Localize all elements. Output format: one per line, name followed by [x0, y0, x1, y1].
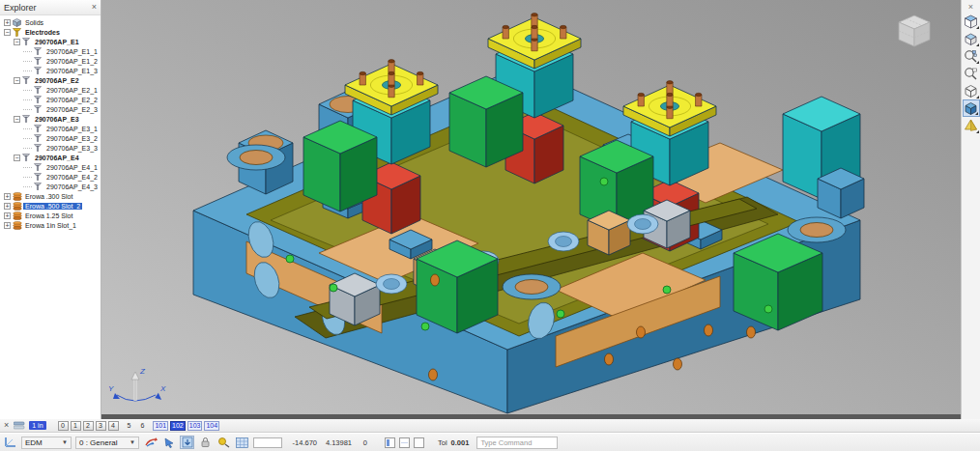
tree-item-290706ap-e1[interactable]: −290706AP_E1: [2, 37, 101, 46]
tree-item-label: 290706AP_E3: [33, 116, 81, 123]
explorer-close-icon[interactable]: ×: [92, 3, 97, 12]
electrode-icon: [22, 38, 31, 46]
viewport-3d[interactable]: Z X Y: [101, 0, 961, 419]
tree-item-290706ap-e2[interactable]: −290706AP_E2: [2, 75, 101, 85]
tree-item-label: 290706AP_E2: [33, 77, 81, 84]
tree-expander[interactable]: +: [4, 212, 11, 219]
level-button-3[interactable]: 3: [96, 421, 106, 431]
electrode-icon: [34, 134, 43, 143]
level-button-0[interactable]: 0: [58, 421, 69, 431]
tree-expander[interactable]: −: [14, 77, 20, 84]
iso-view-icon[interactable]: [963, 30, 980, 47]
lock-icon[interactable]: [198, 436, 213, 449]
tree-item-290706ap-e2-3[interactable]: 290706AP_E2_3: [2, 104, 101, 114]
tree-item-erowa-1-25-slot[interactable]: +Erowa 1.25 Slot: [2, 211, 101, 220]
tree-item-290706ap-e4-1[interactable]: 290706AP_E4_1: [2, 162, 101, 172]
view-button-103[interactable]: 103: [187, 421, 203, 431]
tree-item-label: Erowa 1.25 Slot: [23, 212, 74, 219]
levels-close-icon[interactable]: ×: [4, 421, 9, 430]
tree-item-label: 290706AP_E1_1: [44, 48, 100, 55]
ucs-axes-icon[interactable]: [3, 436, 17, 449]
tree-connector: [23, 167, 32, 168]
tree-item-solids[interactable]: +Solids: [2, 17, 101, 27]
view-button-101[interactable]: 101: [153, 421, 168, 431]
triad-y-label: Y: [108, 384, 114, 393]
pane-layout-icon[interactable]: [385, 437, 395, 448]
workflow-select[interactable]: EDM ▼: [21, 437, 72, 449]
units-badge[interactable]: 1 in: [29, 421, 45, 430]
tree-item-label: 290706AP_E3_2: [44, 135, 100, 142]
tree-item-label: Erowa 1in Slot_1: [23, 222, 78, 229]
wireframe-view-icon[interactable]: [963, 82, 980, 99]
tree-item-erowa-1in-slot-1[interactable]: +Erowa 1in Slot_1: [2, 220, 101, 230]
layers-icon[interactable]: [12, 419, 26, 433]
tree-item-290706ap-e4-3[interactable]: 290706AP_E4_3: [2, 182, 101, 191]
erowa-icon: [13, 221, 21, 230]
explorer-panel: Explorer × +Solids−Electrodes−290706AP_E…: [0, 0, 101, 419]
shaded-view-icon[interactable]: [963, 99, 980, 117]
3d-model[interactable]: [101, 0, 961, 414]
tree-item-290706ap-e3-2[interactable]: 290706AP_E3_2: [2, 133, 101, 143]
tree-item-290706ap-e2-1[interactable]: 290706AP_E2_1: [2, 85, 101, 95]
level-label-5[interactable]: 5: [126, 422, 133, 429]
tree-item-label: 290706AP_E4_2: [44, 174, 100, 181]
tree-expander[interactable]: −: [14, 116, 20, 123]
level-button-1[interactable]: 1: [71, 421, 81, 431]
level-label-6[interactable]: 6: [138, 422, 146, 429]
view-button-104[interactable]: 104: [204, 421, 219, 431]
electrode-icon: [34, 163, 43, 172]
zoom-window-icon[interactable]: [963, 65, 980, 82]
command-input[interactable]: [476, 437, 558, 449]
tree-expander[interactable]: +: [4, 203, 11, 210]
tree-item-label: Electrodes: [23, 29, 62, 36]
grid-spacing-input[interactable]: [253, 437, 282, 448]
electrodes-icon: [13, 28, 21, 37]
tree-item-290706ap-e4-2[interactable]: 290706AP_E4_2: [2, 172, 101, 182]
grid-icon[interactable]: [235, 436, 249, 449]
tree-item-label: Solids: [23, 19, 45, 26]
tree-connector: [23, 148, 32, 149]
tree-item-label: 290706AP_E3_3: [44, 145, 100, 152]
tree-expander[interactable]: −: [14, 39, 20, 45]
pane-single-icon[interactable]: [414, 437, 424, 448]
tree-item-erowa-300-slot[interactable]: +Erowa .300 Slot: [2, 191, 101, 201]
tree-item-290706ap-e1-3[interactable]: 290706AP_E1_3: [2, 66, 101, 75]
tree-expander[interactable]: −: [14, 155, 20, 161]
construction-plane-icon[interactable]: [143, 436, 158, 449]
attribute-select[interactable]: 0 : General ▼: [75, 437, 139, 449]
attribute-value: 0 : General: [79, 438, 118, 447]
tree-expander[interactable]: +: [4, 222, 11, 229]
draft-analysis-icon[interactable]: [963, 117, 980, 134]
tree-item-label: 290706AP_E1: [33, 39, 81, 45]
tree-item-electrodes[interactable]: −Electrodes: [2, 27, 101, 37]
level-button-2[interactable]: 2: [83, 421, 94, 431]
zoom-select-icon[interactable]: [963, 47, 980, 65]
view-button-102[interactable]: 102: [170, 421, 186, 431]
tree-item-290706ap-e4[interactable]: −290706AP_E4: [2, 153, 101, 162]
tree-item-290706ap-e3[interactable]: −290706AP_E3: [2, 114, 101, 124]
pick-arrow-icon[interactable]: [161, 436, 176, 449]
tree-item-290706ap-e2-2[interactable]: 290706AP_E2_2: [2, 95, 101, 104]
import-view-icon[interactable]: [180, 436, 194, 449]
explorer-header: Explorer ×: [0, 0, 101, 15]
navigation-cube-icon[interactable]: [893, 10, 936, 52]
electrode-stack-back[interactable]: [449, 14, 581, 183]
tree-item-erowa-500-slot-2[interactable]: +Erowa .500 Slot_2: [2, 201, 101, 211]
level-button-4[interactable]: 4: [108, 421, 119, 431]
view-cube-icon[interactable]: [963, 13, 980, 30]
tree-expander[interactable]: −: [4, 29, 11, 36]
toolbar-close-icon[interactable]: ×: [968, 1, 973, 13]
tree-expander[interactable]: +: [4, 193, 11, 200]
tree-item-290706ap-e1-1[interactable]: 290706AP_E1_1: [2, 46, 101, 56]
tree-item-290706ap-e1-2[interactable]: 290706AP_E1_2: [2, 56, 101, 66]
triad-x-label: X: [159, 384, 166, 393]
tree-connector: [23, 109, 32, 110]
tree-item-290706ap-e3-1[interactable]: 290706AP_E3_1: [2, 124, 101, 133]
pane-grid-icon[interactable]: [399, 437, 410, 448]
tree-expander[interactable]: +: [4, 19, 11, 26]
snap-icon[interactable]: [216, 436, 231, 449]
chevron-down-icon: ▼: [62, 439, 68, 445]
solids-icon: [13, 18, 21, 27]
tree-item-290706ap-e3-3[interactable]: 290706AP_E3_3: [2, 143, 101, 153]
electrode-icon: [34, 47, 43, 56]
